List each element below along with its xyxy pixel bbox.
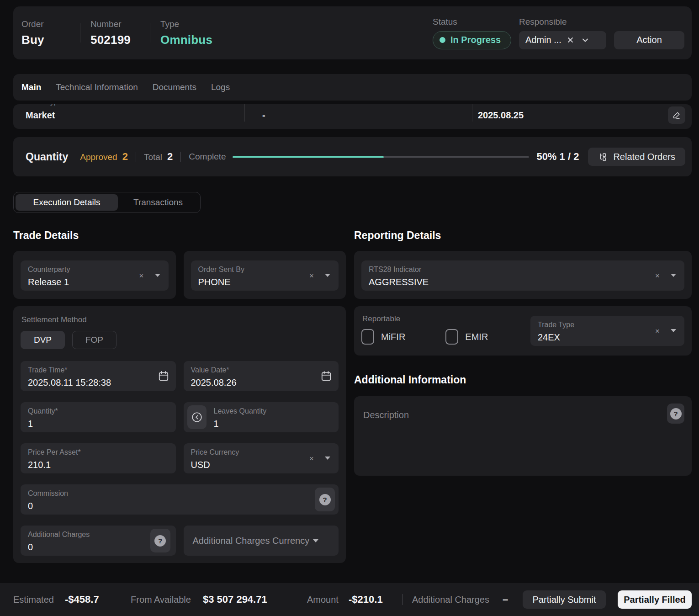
page: Order Buy Number 502199 Type Omnibus Sta… [0,6,699,563]
main-tabs: Main Technical Information Documents Log… [13,74,692,101]
tab-documents[interactable]: Documents [153,82,196,92]
status-dot-icon [440,37,445,43]
approved-value: 2 [122,151,128,163]
checkbox-icon [445,329,458,345]
tab-logs[interactable]: Logs [211,82,230,92]
calendar-icon[interactable] [158,370,169,382]
edit-button[interactable] [668,106,685,124]
divider [150,23,150,42]
summary-col-order-type: Order Type Market [13,104,244,129]
chevron-down-icon[interactable] [325,274,330,277]
price-per-asset-field[interactable]: Price Per Asset* 210.1 [21,443,176,473]
counterparty-card: Counterparty Release 1 × [13,251,176,299]
counterparty-select[interactable]: Counterparty Release 1 × [21,260,169,291]
trade-details-title: Trade Details [13,229,346,242]
partially-submit-button[interactable]: Partially Submit [523,590,606,609]
from-available-label: From Available [131,595,191,605]
description-help-button[interactable]: ? [667,404,684,424]
progress-fill [233,156,384,158]
chevron-down-icon[interactable] [671,274,676,277]
order-sent-by-card: Order Sent By PHONE × [184,251,346,299]
additional-charges-help-button[interactable]: ? [150,529,170,552]
quantity-summary: Quantity Approved 2 Total 2 Complete 50%… [13,137,692,176]
commission-field[interactable]: Commission 0 ? [21,484,339,515]
footer-additional-charges-value: – [503,594,508,605]
clear-icon[interactable]: × [655,271,660,281]
description-input[interactable]: Description [363,410,684,420]
tab-main[interactable]: Main [21,82,41,92]
quantity-field[interactable]: Quantity* 1 [21,402,176,432]
emir-checkbox[interactable]: EMIR [445,329,488,345]
mifir-checkbox[interactable]: MiFIR [361,329,405,345]
responsible-select[interactable]: Admin ... [519,31,606,49]
chevron-down-icon[interactable] [671,329,676,332]
completion-progress-bar [233,156,530,158]
chevron-down-icon[interactable] [155,274,160,277]
clear-icon[interactable] [567,37,574,43]
chevron-down-icon[interactable] [581,36,589,44]
fop-toggle[interactable]: FOP [72,331,116,349]
clear-icon[interactable]: × [309,271,314,281]
additional-information-title: Additional Information [354,374,692,386]
summary-col-trade-date: Trade Date 2025.08.25 [472,104,692,129]
field-label: Commission [28,489,331,498]
order-sent-by-select[interactable]: Order Sent By PHONE × [191,260,339,291]
checkbox-label: MiFIR [381,332,405,342]
partially-filled-button[interactable]: Partially Filled [618,590,692,609]
value-date-field[interactable]: Value Date* 2025.08.26 [184,361,339,391]
summary-label: Limit Price [273,104,307,106]
chevron-down-icon[interactable] [325,457,330,460]
summary-label: Trade Date [483,104,519,106]
reportable-label: Reportable [362,314,488,324]
summary-label: Order Type [26,104,62,106]
calendar-icon[interactable] [320,370,332,382]
help-icon: ? [670,408,682,420]
price-currency-select[interactable]: Price Currency USD × [184,443,339,473]
field-value: 1 [28,419,169,429]
status-text: In Progress [450,35,501,45]
tab-execution-details[interactable]: Execution Details [16,194,118,211]
commission-help-button[interactable]: ? [315,488,335,511]
additional-charges-currency-select[interactable]: Additional Charges Currency [184,526,339,556]
chevron-down-icon[interactable] [313,539,318,542]
related-orders-button[interactable]: Related Orders [588,148,685,166]
total-value: 2 [167,151,173,163]
order-number-group: Number 502199 [90,19,150,47]
tab-transactions[interactable]: Transactions [118,194,198,211]
order-summary-row: Order Type Market Limit Price - Trade Da… [13,104,692,129]
field-label: Quantity* [28,407,169,415]
settlement-method-label: Settlement Method [21,315,339,324]
divider [402,594,403,605]
field-label: Leaves Quantity [214,407,332,415]
field-label: Trade Time* [28,366,169,374]
clear-icon[interactable]: × [309,454,314,463]
dvp-toggle[interactable]: DVP [21,331,65,349]
tab-technical-information[interactable]: Technical Information [56,82,138,92]
divider [180,152,181,162]
progress-percent: 50% 1 / 2 [536,151,579,163]
clear-icon[interactable]: × [655,327,660,336]
additional-charges-field[interactable]: Additional Charges 0 ? [21,526,176,556]
amount-value: -$210.1 [349,594,383,605]
order-label: Order [21,19,80,29]
field-label: Value Date* [191,366,332,374]
leaves-quantity-button[interactable] [187,405,207,429]
checkbox-label: EMIR [465,332,488,342]
rts28-indicator-select[interactable]: RTS28 Indicator AGGRESSIVE × [361,260,684,291]
status-badge: In Progress [433,31,511,49]
type-label: Type [160,19,212,29]
field-value: 0 [28,542,169,552]
arrow-left-circle-icon [191,411,203,423]
estimated-value: -$458.7 [65,594,99,605]
amount-label: Amount [307,595,339,605]
order-side-group: Order Buy [21,19,80,47]
clear-icon[interactable]: × [139,271,144,281]
trade-time-field[interactable]: Trade Time* 2025.08.11 15:28:38 [21,361,176,391]
field-value: 1 [214,419,332,429]
action-button[interactable]: Action [614,31,684,49]
from-available-value: $3 507 294.71 [203,594,267,605]
summary-col-limit-price: Limit Price - [245,104,472,129]
field-placeholder: Additional Charges Currency [193,536,310,546]
trade-type-select[interactable]: Trade Type 24EX × [530,316,684,346]
responsible-group: Responsible Admin ... [519,17,606,49]
